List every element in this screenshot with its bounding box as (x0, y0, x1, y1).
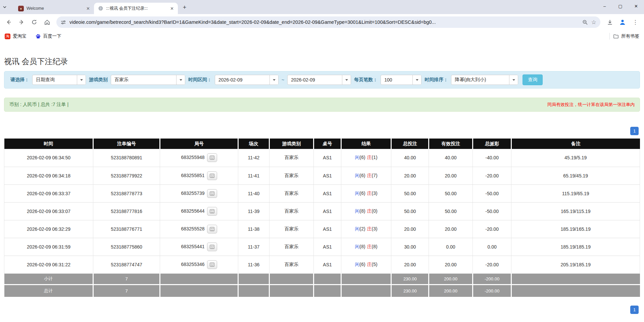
header-round-id: 局号 (160, 139, 238, 149)
cell-result: 闲(8)庄(0) (341, 202, 391, 220)
chevron-down-icon[interactable] (269, 75, 278, 85)
home-icon[interactable] (42, 17, 52, 28)
tab-welcome[interactable]: ♠ Welcome ✕ (14, 3, 94, 14)
search-button[interactable]: 查询 (523, 74, 543, 85)
chevron-down-icon[interactable] (412, 75, 421, 85)
cell-result: 闲(6)庄(3) (341, 184, 391, 202)
page-number-button[interactable]: 1 (630, 306, 639, 314)
tab-betrecord[interactable]: :::视讯 会员下注纪录::: ✕ (94, 3, 178, 14)
subtotal-total-bet: 230.00 (391, 273, 429, 284)
per-page-select[interactable]: 100 (381, 75, 422, 85)
video-replay-button[interactable] (207, 243, 217, 251)
total-total-bet: 230.00 (391, 284, 429, 297)
table-row: 2026-02-09 06:32:29 523188776771 6832555… (4, 220, 640, 238)
cell-valid-bet: 20.00 (429, 167, 473, 184)
chevron-down-icon[interactable] (77, 75, 86, 85)
cell-payout: -20.00 (473, 220, 511, 238)
profile-avatar-icon[interactable] (617, 17, 628, 28)
back-icon[interactable] (3, 17, 14, 28)
cell-game-kind: 百家乐 (269, 220, 314, 238)
cell-session: 11-36 (238, 256, 269, 273)
query-type-select[interactable]: 日期查询 (32, 75, 86, 85)
cell-round-id: 683255528 (160, 220, 238, 238)
cell-remark: 205.19/185.19 (511, 256, 640, 273)
site-info-icon[interactable] (60, 19, 66, 25)
page-content: 视讯 会员下注纪录 请选择： 日期查询 游戏类别 百家乐 时间区间： 2026-… (0, 56, 644, 322)
cell-payout: 0.00 (473, 238, 511, 256)
date-end-select[interactable]: 2026-02-09 (287, 75, 351, 85)
minimize-button[interactable]: – (597, 0, 612, 12)
zoom-icon[interactable] (582, 19, 588, 25)
video-replay-button[interactable] (207, 153, 217, 162)
game-kind-select[interactable]: 百家乐 (111, 75, 185, 85)
video-replay-button[interactable] (207, 260, 217, 269)
bookmarks-divider (609, 33, 610, 40)
cell-payout: -50.00 (473, 202, 511, 220)
subtotal-count: 7 (93, 273, 160, 284)
cell-game-kind: 百家乐 (269, 149, 314, 167)
cell-total-bet: 40.00 (391, 149, 429, 167)
subtotal-label: 小计 (4, 273, 93, 284)
cell-game-kind: 百家乐 (269, 167, 314, 184)
cell-total-bet: 20.00 (391, 167, 429, 184)
header-game-kind: 游戏类别 (269, 139, 314, 149)
cell-total-bet: 20.00 (391, 220, 429, 238)
video-replay-button[interactable] (207, 189, 217, 198)
new-tab-button[interactable]: + (180, 3, 189, 12)
cell-round-id: 683255644 (160, 202, 238, 220)
date-start-select[interactable]: 2026-02-09 (215, 75, 279, 85)
cell-table-no: AS1 (314, 220, 341, 238)
bookmark-baidu[interactable]: 百度一下 (35, 33, 61, 39)
tab-close-icon[interactable]: ✕ (169, 6, 175, 11)
round-id-text: 683255948 (181, 155, 204, 160)
bookmark-label: 爱淘宝 (13, 33, 27, 39)
cell-time: 2026-02-09 06:31:59 (4, 238, 93, 256)
cell-remark: 185.19/185.19 (511, 238, 640, 256)
forward-icon[interactable] (16, 17, 27, 28)
tab-search-chevron-icon[interactable] (3, 2, 13, 12)
cell-table-no: AS1 (314, 256, 341, 273)
header-result: 结果 (341, 139, 391, 149)
maximize-button[interactable]: ▢ (612, 0, 628, 12)
bookmarks-bar: 淘 爱淘宝 百度一下 所有书签 (0, 30, 644, 42)
address-bar[interactable]: videoie.com/game/betrecord_search/kind3?… (56, 16, 600, 28)
cell-valid-bet: 40.00 (429, 149, 473, 167)
header-total-bet: 总投注 (391, 139, 429, 149)
video-replay-button[interactable] (207, 225, 217, 233)
cell-game-kind: 百家乐 (269, 184, 314, 202)
table-row: 2026-02-09 06:33:37 523188778773 6832557… (4, 184, 640, 202)
table-row: 2026-02-09 06:34:18 523188779922 6832558… (4, 167, 640, 184)
cell-bet-id: 523188780891 (93, 149, 160, 167)
cell-valid-bet: 50.00 (429, 184, 473, 202)
menu-kebab-icon[interactable]: ⋮ (630, 17, 641, 28)
close-button[interactable]: ✕ (628, 0, 644, 12)
bookmark-star-icon[interactable]: ☆ (591, 19, 596, 26)
cell-result: 闲(6)庄(1) (341, 149, 391, 167)
chevron-down-icon[interactable] (176, 75, 185, 85)
cell-round-id: 683255851 (160, 167, 238, 184)
round-id-text: 683255739 (181, 190, 204, 196)
page-number-button[interactable]: 1 (630, 127, 639, 135)
folder-icon (613, 34, 619, 39)
tab-close-icon[interactable]: ✕ (86, 6, 91, 11)
tab-strip: ♠ Welcome ✕ :::视讯 会员下注纪录::: ✕ + – ▢ ✕ (0, 0, 644, 14)
round-id-text: 683255528 (181, 226, 204, 231)
all-bookmarks[interactable]: 所有书签 (613, 33, 639, 39)
header-table-no: 桌号 (314, 139, 341, 149)
chevron-down-icon[interactable] (342, 75, 351, 85)
select-label: 请选择： (10, 77, 29, 83)
reload-icon[interactable] (29, 17, 40, 28)
cell-session: 11-38 (238, 220, 269, 238)
sort-select[interactable]: 降幂(由大到小) (451, 75, 518, 85)
cell-table-no: AS1 (314, 167, 341, 184)
subtotal-valid-bet: 200.00 (429, 273, 473, 284)
video-replay-button[interactable] (207, 171, 217, 180)
round-id-text: 683255346 (181, 261, 204, 267)
bookmark-label: 百度一下 (43, 33, 61, 39)
bookmark-aitaobao[interactable]: 淘 爱淘宝 (5, 33, 27, 39)
video-replay-button[interactable] (207, 207, 217, 216)
url-text[interactable]: videoie.com/game/betrecord_search/kind3?… (69, 19, 579, 25)
chevron-down-icon[interactable] (509, 75, 518, 85)
download-icon[interactable] (604, 17, 615, 28)
cell-game-kind: 百家乐 (269, 256, 314, 273)
